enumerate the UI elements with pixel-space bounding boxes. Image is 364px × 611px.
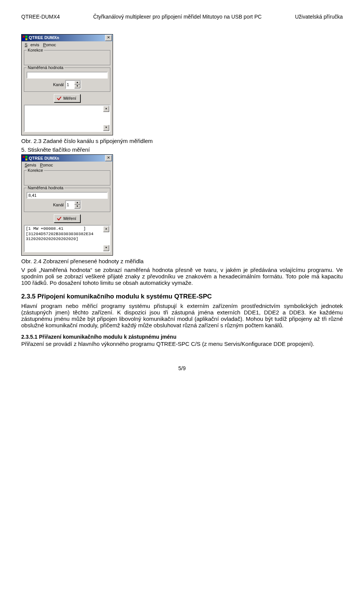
- header-center: Čtyřkanálový multiplexer pro připojení m…: [60, 14, 295, 20]
- para-2: Hlavní program nebo měřicí programy syst…: [21, 303, 343, 328]
- titlebar[interactable]: QTREE DUMXn ✕: [22, 155, 113, 162]
- menu-pomoc[interactable]: Pomoc: [42, 42, 58, 48]
- mereni-button[interactable]: Měření: [54, 94, 80, 102]
- window-title: QTREE DUMXn: [29, 35, 105, 40]
- check-icon: [56, 96, 62, 101]
- hodnota-input[interactable]: [27, 192, 108, 199]
- close-icon[interactable]: ✕: [105, 35, 112, 41]
- menu-servis[interactable]: Servis: [23, 42, 41, 48]
- group-hodnota-label: Naměřená hodnota: [27, 185, 64, 190]
- para-1: V poli „Naměřená hodnota“ se zobrazí nam…: [21, 267, 343, 286]
- app-icon: [22, 35, 28, 41]
- kanal-label: Kanál: [53, 82, 64, 87]
- close-icon[interactable]: ✕: [105, 155, 112, 161]
- menu-servis[interactable]: Servis: [23, 162, 38, 168]
- kanal-label: Kanál: [53, 203, 64, 207]
- log-area[interactable]: [1 MW +00008.41 ] [31204D57202B303030303…: [24, 225, 110, 252]
- svg-rect-5: [25, 156, 27, 158]
- group-korekce-label: Korekce: [27, 168, 44, 173]
- log-content: [26, 106, 108, 130]
- group-hodnota: Naměřená hodnota Kanál ▲ ▼: [24, 188, 110, 212]
- para-3: Přiřazení se provádí z hlavního výkonnéh…: [21, 341, 343, 347]
- group-korekce: Korekce: [24, 170, 110, 185]
- mereni-button-label: Měření: [63, 216, 76, 221]
- header-right: Uživatelská příručka: [295, 14, 343, 20]
- group-hodnota-label: Naměřená hodnota: [27, 65, 64, 70]
- check-icon: [56, 216, 62, 221]
- svg-rect-4: [23, 156, 25, 158]
- titlebar[interactable]: QTREE DUMXn ✕: [22, 35, 113, 41]
- window-title: QTREE DUMXn: [29, 156, 105, 161]
- kanal-spinner[interactable]: ▲ ▼: [65, 200, 81, 209]
- spinner-up-icon[interactable]: ▲: [74, 201, 80, 205]
- page-number: 5/9: [21, 365, 343, 371]
- dialog-qtree-b: QTREE DUMXn ✕ Servis Pomoc Korekce Naměř…: [21, 154, 113, 256]
- kanal-spinner[interactable]: ▲ ▼: [65, 80, 81, 89]
- spinner-up-icon[interactable]: ▲: [74, 81, 80, 85]
- step-5: 5. Stiskněte tlačítko měření: [21, 146, 343, 153]
- mereni-button[interactable]: Měření: [54, 214, 80, 223]
- svg-rect-6: [23, 159, 25, 160]
- heading-2-3-5: 2.3.5 Připojení komunikačního modulu k s…: [21, 293, 343, 300]
- svg-rect-2: [23, 38, 25, 40]
- log-content: [1 MW +00008.41 ] [31204D57202B303030303…: [26, 226, 108, 251]
- group-korekce: Korekce: [24, 50, 110, 65]
- kanal-value[interactable]: [66, 201, 74, 209]
- header-left: QTREE-DUMX4: [21, 14, 60, 20]
- spinner-down-icon[interactable]: ▼: [74, 85, 80, 88]
- svg-rect-7: [25, 159, 27, 160]
- scroll-down-icon[interactable]: ▼: [103, 125, 109, 131]
- page-header: QTREE-DUMX4 Čtyřkanálový multiplexer pro…: [21, 14, 343, 20]
- hodnota-input[interactable]: [27, 72, 108, 79]
- dialog-qtree-a: QTREE DUMXn ✕ Servis Pomoc Korekce Naměř…: [21, 34, 113, 135]
- scroll-up-icon[interactable]: ▲: [103, 226, 109, 232]
- app-icon: [22, 155, 28, 161]
- kanal-value[interactable]: [66, 81, 74, 88]
- menu-pomoc[interactable]: Pomoc: [39, 162, 55, 168]
- svg-rect-0: [23, 36, 25, 38]
- mereni-button-label: Měření: [63, 96, 76, 101]
- svg-rect-3: [25, 38, 27, 40]
- group-hodnota: Naměřená hodnota Kanál ▲ ▼: [24, 68, 110, 92]
- spinner-down-icon[interactable]: ▼: [74, 205, 80, 209]
- figure-caption-2-3: Obr. 2.3 Zadané číslo kanálu s připojený…: [21, 138, 343, 144]
- scroll-up-icon[interactable]: ▲: [103, 106, 109, 112]
- scroll-down-icon[interactable]: ▼: [103, 245, 109, 251]
- figure-caption-2-4: Obr. 2.4 Zobrazení přenesené hodnoty z m…: [21, 258, 343, 264]
- group-korekce-label: Korekce: [27, 48, 44, 53]
- log-area[interactable]: ▲ ▼: [24, 105, 110, 132]
- heading-2-3-5-1: 2.3.5.1 Přiřazení komunikačního modulu k…: [21, 334, 343, 340]
- svg-rect-1: [25, 36, 27, 38]
